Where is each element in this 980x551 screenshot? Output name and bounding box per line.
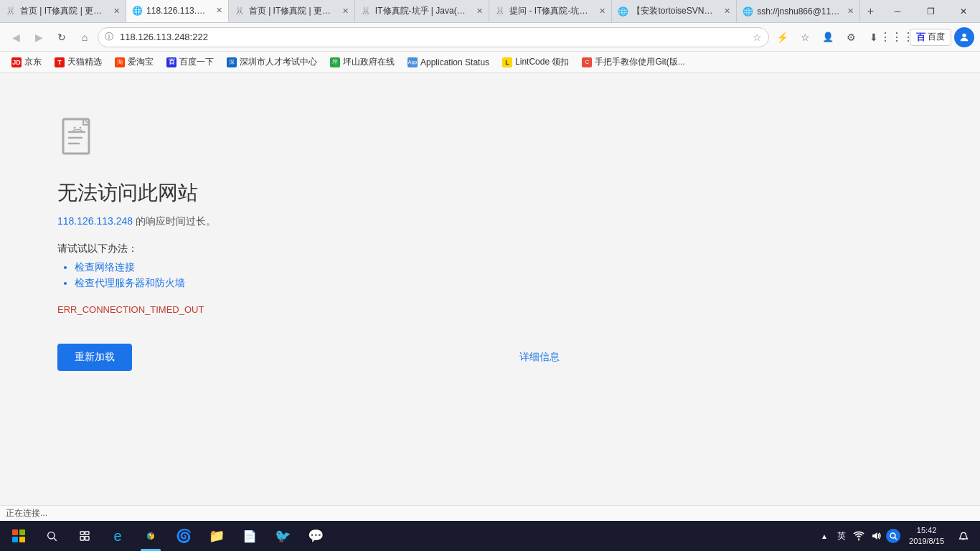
taskbar-wechat[interactable]: 💬 — [300, 521, 331, 551]
nav-apps-button[interactable]: ⋮⋮⋮ — [887, 27, 907, 47]
tab-3-favicon: 🐰 — [235, 6, 245, 17]
wechat-icon: 💬 — [308, 528, 324, 544]
tray-expand-icon[interactable]: ▲ — [817, 529, 831, 543]
bookmark-app-status-label: Application Status — [420, 57, 489, 67]
tray-network-icon[interactable] — [852, 529, 866, 543]
tab-1-close[interactable]: ✕ — [113, 6, 120, 16]
bookmark-baidu-label: 百度一下 — [179, 56, 214, 68]
error-subtitle-text: 的响应时间过长。 — [136, 215, 216, 227]
taskbar-chrome[interactable] — [135, 521, 166, 551]
taskbar-ie[interactable]: e — [102, 521, 133, 551]
close-button[interactable]: ✕ — [947, 0, 980, 23]
tab-5-close[interactable]: ✕ — [599, 6, 606, 16]
tab-4-close[interactable]: ✕ — [476, 6, 483, 16]
back-button[interactable]: ◀ — [6, 27, 26, 47]
reload-button[interactable]: 重新加载 — [57, 344, 132, 371]
start-button[interactable] — [3, 521, 34, 551]
error-icon — [57, 116, 103, 162]
svg-line-16 — [895, 537, 897, 540]
bookmark-star-icon[interactable]: ☆ — [753, 32, 762, 43]
svg-point-7 — [48, 532, 55, 539]
error-code: ERR_CONNECTION_TIMED_OUT — [57, 304, 560, 315]
suggestion-1[interactable]: 检查网络连接 — [75, 261, 560, 274]
task-view-button[interactable] — [69, 521, 100, 551]
bookmark-git-guide-label: 手把手教你使用Git(版... — [595, 56, 684, 68]
taskbar-search-button[interactable] — [36, 521, 67, 551]
tray-volume-icon[interactable] — [869, 529, 883, 543]
minimize-button[interactable]: ─ — [881, 0, 914, 23]
taskbar-edge[interactable]: 🌀 — [168, 521, 199, 551]
forward-button[interactable]: ▶ — [29, 27, 49, 47]
tab-5[interactable]: 🐰 提问 - IT修真院-坑乎... ✕ — [489, 0, 612, 22]
bookmark-baidu-icon: 百 — [166, 57, 176, 67]
tab-7-close[interactable]: ✕ — [847, 6, 854, 16]
bookmark-git-guide[interactable]: C 手把手教你使用Git(版... — [576, 54, 690, 70]
svg-rect-11 — [80, 537, 84, 540]
bookmark-shenzhen-exam[interactable]: 深 深圳市人才考试中心 — [221, 54, 323, 70]
taskbar-red-app[interactable]: 🐦 — [267, 521, 298, 551]
nav-profile-button[interactable]: 👤 — [818, 27, 838, 47]
bookmark-tianmao-icon: T — [55, 57, 65, 67]
chrome-icon — [143, 528, 159, 544]
taskbar-clock[interactable]: 15:42 2019/8/15 — [903, 525, 950, 547]
svg-line-8 — [54, 538, 57, 541]
svg-rect-12 — [85, 537, 89, 540]
bookmark-baidu[interactable]: 百 百度一下 — [161, 54, 220, 70]
svg-rect-9 — [80, 532, 84, 534]
address-bar-input[interactable] — [98, 27, 769, 47]
bookmark-lintcode-icon: L — [502, 57, 512, 67]
tray-lang-icon[interactable]: 英 — [834, 529, 849, 543]
bookmark-shenzhen-exam-icon: 深 — [227, 57, 237, 67]
bookmark-aitaobao-label: 爱淘宝 — [128, 56, 154, 68]
tab-6[interactable]: 🌐 【安装tortoiseSVN压... ✕ — [612, 0, 737, 22]
bookmark-jd[interactable]: JD 京东 — [6, 54, 47, 70]
nav-favorites-button[interactable]: ☆ — [795, 27, 815, 47]
svg-point-15 — [890, 533, 895, 538]
bookmark-lintcode[interactable]: L LintCode 领扣 — [496, 54, 575, 70]
tray-search-icon[interactable] — [886, 529, 900, 543]
suggestion-2[interactable]: 检查代理服务器和防火墙 — [75, 277, 560, 290]
windows-logo — [12, 529, 25, 542]
status-text: 正在连接... — [6, 507, 47, 519]
title-bar: 🐰 首页 | IT修真院 | 更快... ✕ 🌐 118.126.113.248… — [0, 0, 980, 23]
tab-3[interactable]: 🐰 首页 | IT修真院 | 更快... ✕ — [229, 0, 355, 22]
tab-2[interactable]: 🌐 118.126.113.248 ✕ — [126, 0, 229, 22]
taskbar-file-explorer[interactable]: 📁 — [201, 521, 232, 551]
bookmark-app-status[interactable]: App Application Status — [402, 55, 495, 70]
restore-button[interactable]: ❐ — [914, 0, 947, 23]
tab-3-close[interactable]: ✕ — [342, 6, 349, 16]
refresh-button[interactable]: ↻ — [52, 27, 72, 47]
new-tab-button[interactable]: + — [860, 0, 881, 22]
tab-4[interactable]: 🐰 IT修真院-坑乎 | Java(圬... ✕ — [355, 0, 489, 22]
system-tray: ▲ 英 15:42 2019/8/15 — [814, 521, 977, 551]
bookmark-jd-label: 京东 — [24, 56, 42, 68]
bookmark-aitaobao-icon: 淘 — [115, 57, 125, 67]
bookmark-tianmao[interactable]: T 天猫精选 — [49, 54, 108, 70]
nav-search-button[interactable]: ⚡ — [772, 27, 792, 47]
tab-7[interactable]: 🌐 ssh://jnshu866@118... ✕ — [737, 0, 860, 22]
tab-6-close[interactable]: ✕ — [724, 6, 730, 16]
taskbar-notification-button[interactable] — [953, 521, 974, 551]
main-content: 无法访问此网站 118.126.113.248 的响应时间过长。 请试试以下办法… — [0, 73, 980, 505]
tab-1-favicon: 🐰 — [6, 6, 16, 17]
details-link[interactable]: 详细信息 — [519, 351, 560, 364]
error-ip-link[interactable]: 118.126.113.248 — [57, 215, 133, 227]
error-subtitle: 118.126.113.248 的响应时间过长。 — [57, 215, 560, 228]
tab-2-close[interactable]: ✕ — [216, 6, 222, 15]
red-app-icon: 🐦 — [275, 528, 291, 544]
baidu-search-button[interactable]: 百 百度 — [910, 29, 951, 46]
tab-1[interactable]: 🐰 首页 | IT修真院 | 更快... ✕ — [0, 0, 126, 22]
profile-circle[interactable] — [954, 27, 974, 47]
bookmark-aitaobao[interactable]: 淘 爱淘宝 — [109, 54, 159, 70]
nav-settings-button[interactable]: ⚙ — [841, 27, 861, 47]
bookmark-shenzhen-exam-label: 深圳市人才考试中心 — [240, 56, 317, 68]
error-suggestions-list: 检查网络连接 检查代理服务器和防火墙 — [75, 261, 560, 290]
nav-right-controls: ⚡ ☆ 👤 ⚙ ⬇ ⋮⋮⋮ 百 百度 — [772, 27, 974, 47]
svg-point-0 — [962, 33, 966, 37]
baidu-icon: 百 — [916, 31, 925, 44]
taskbar-files[interactable]: 📄 — [234, 521, 265, 551]
home-button[interactable]: ⌂ — [75, 27, 95, 47]
bookmark-pingshan[interactable]: 坪 坪山政府在线 — [324, 54, 400, 70]
tab-4-favicon: 🐰 — [361, 6, 371, 17]
bookmark-jd-icon: JD — [11, 57, 22, 67]
